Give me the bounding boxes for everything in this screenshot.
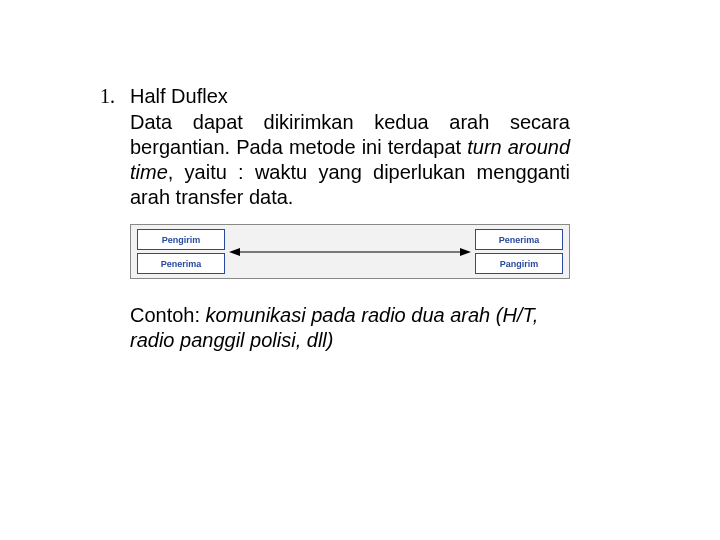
list-body: Data dapat dikirimkan kedua arah secara …	[130, 110, 570, 279]
list-number: 1.	[100, 85, 130, 108]
paragraph-part2: , yaitu : waktu yang diperlukan menggant…	[130, 161, 570, 208]
box-right-top: Penerima	[475, 229, 563, 250]
diagram-right-col: Penerima Pangirim	[475, 229, 563, 274]
diagram-left-col: Pengirim Penerima	[137, 229, 225, 274]
list-title: Half Duflex	[130, 85, 228, 108]
box-right-bottom: Pangirim	[475, 253, 563, 274]
svg-marker-2	[460, 248, 471, 256]
contoh-line: Contoh: komunikasi pada radio dua arah (…	[130, 303, 580, 353]
diagram: Pengirim Penerima Penerima Pangirim	[130, 224, 570, 279]
paragraph: Data dapat dikirimkan kedua arah secara …	[130, 110, 570, 210]
double-arrow-icon	[229, 244, 471, 260]
contoh-label: Contoh:	[130, 304, 206, 326]
diagram-arrow	[225, 244, 475, 260]
svg-marker-1	[229, 248, 240, 256]
list-item-row: 1. Half Duflex	[100, 85, 620, 108]
box-left-bottom: Penerima	[137, 253, 225, 274]
box-left-top: Pengirim	[137, 229, 225, 250]
slide-content: 1. Half Duflex Data dapat dikirimkan ked…	[100, 85, 620, 353]
